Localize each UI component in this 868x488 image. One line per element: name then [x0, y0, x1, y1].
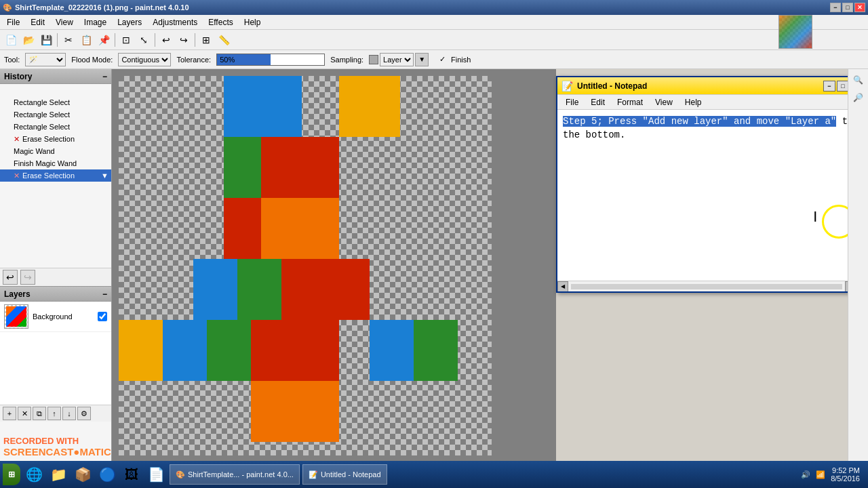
sampling-select[interactable]: Layer [380, 53, 414, 66]
history-item-rectangle2[interactable]: Rectangle Select [0, 108, 111, 121]
history-actions: ↩ ↪ [0, 268, 111, 286]
minimize-button[interactable]: − [830, 3, 841, 12]
tool-options-bar: Tool: 🪄 Flood Mode: Contiguous Tolerance… [0, 50, 868, 69]
scroll-left-arrow[interactable]: ◀ [557, 281, 568, 292]
finish-label: ✓ [439, 55, 446, 64]
paint-right-toolbar: 🔍 🔎 [848, 69, 868, 469]
history-item-finish-magic-wand[interactable]: Finish Magic Wand [0, 157, 111, 169]
layer-thumbnail [4, 304, 28, 329]
notepad-menu-file[interactable]: File [560, 96, 584, 108]
taskbar-amazon-icon[interactable]: 📦 [72, 464, 94, 485]
history-collapse-icon[interactable]: − [102, 72, 107, 81]
grid-button[interactable]: ⊞ [198, 32, 214, 48]
delete-layer-button[interactable]: ✕ [18, 407, 31, 420]
notepad-menu-bar: File Edit Format View Help [557, 95, 867, 110]
copy-button[interactable]: 📋 [78, 32, 94, 48]
notepad-title: Untitled - Notepad [577, 81, 647, 91]
scroll-track[interactable] [571, 284, 842, 289]
add-layer-button[interactable]: + [3, 407, 16, 420]
layers-list: Background [0, 302, 111, 405]
notepad-content-area[interactable]: Step 5; Press "Add new layer" and move "… [557, 110, 867, 291]
layer-item-background[interactable]: Background [0, 302, 111, 332]
thumbnail-preview [778, 15, 812, 49]
save-button[interactable]: 💾 [38, 32, 54, 48]
redo-history-button[interactable]: ↪ [20, 270, 35, 285]
svg-rect-3 [302, 137, 339, 198]
speaker-icon[interactable]: 🔊 [801, 470, 810, 479]
taskbar-notepad-icon: 📝 [309, 470, 318, 479]
new-button[interactable]: 📄 [3, 32, 19, 48]
sampling-options-button[interactable]: ▼ [415, 53, 429, 66]
notepad-menu-format[interactable]: Format [612, 96, 648, 108]
tolerance-bar[interactable]: 50% [216, 54, 325, 66]
undo-button[interactable]: ↩ [158, 32, 174, 48]
notepad-icon: 📝 [561, 81, 573, 92]
svg-rect-19 [295, 381, 339, 442]
taskbar-chrome-icon[interactable]: 🔵 [96, 464, 118, 485]
layer-properties-button[interactable]: ⚙ [77, 407, 91, 420]
clock: 9:52 PM 8/5/2016 [831, 466, 860, 483]
history-item-magic-wand[interactable]: Magic Wand [0, 145, 111, 157]
title-bar: 🎨 ShirtTemplate_02222016 (1).png - paint… [0, 0, 868, 15]
open-button[interactable]: 📂 [20, 32, 37, 48]
zoom-out-button[interactable]: 🔎 [850, 89, 866, 106]
history-item-rectangle3[interactable]: Rectangle Select [0, 121, 111, 133]
close-button[interactable]: ✕ [854, 3, 865, 12]
notepad-menu-view[interactable]: View [650, 96, 678, 108]
svg-rect-6 [261, 198, 339, 259]
menu-edit[interactable]: Edit [25, 16, 50, 28]
layer-visibility-checkbox[interactable] [98, 312, 107, 321]
svg-rect-10 [326, 259, 370, 320]
notepad-scrollbar-bottom[interactable]: ◀ ▶ [557, 281, 856, 291]
crop-button[interactable]: ⊡ [118, 32, 134, 48]
menu-view[interactable]: View [50, 16, 79, 28]
text-cursor: | [814, 210, 816, 222]
ruler-button[interactable]: 📏 [216, 32, 232, 48]
history-panel-header: History − [0, 69, 111, 84]
canvas-area[interactable] [112, 69, 556, 469]
history-item-rectangle1[interactable]: Rectangle Select [0, 96, 111, 108]
menu-layers[interactable]: Layers [112, 16, 147, 28]
taskbar-app-icon[interactable]: 📄 [145, 464, 167, 485]
notepad-menu-edit[interactable]: Edit [585, 96, 610, 108]
taskbar: ⊞ 🌐 📁 📦 🔵 🖼 📄 🎨 ShirtTemplate... - paint… [0, 461, 868, 488]
zoom-in-button[interactable]: 🔍 [850, 72, 866, 88]
notepad-minimize-button[interactable]: − [823, 81, 835, 92]
resize-button[interactable]: ⤡ [136, 32, 152, 48]
app-icon: 🎨 [3, 3, 12, 12]
menu-image[interactable]: Image [79, 16, 112, 28]
undo-history-button[interactable]: ↩ [3, 270, 18, 285]
notepad-menu-help[interactable]: Help [679, 96, 707, 108]
svg-rect-5 [224, 198, 261, 259]
menu-adjustments[interactable]: Adjustments [147, 16, 203, 28]
history-item-erase1[interactable]: ✕ Erase Selection [0, 133, 111, 145]
history-item-erase2[interactable]: ✕ Erase Selection ▼ [0, 169, 111, 182]
svg-rect-8 [237, 259, 281, 320]
notepad-text: Step 5; Press "Add new layer" and move "… [557, 110, 867, 147]
duplicate-layer-button[interactable]: ⧉ [33, 407, 46, 420]
taskbar-notepad-window[interactable]: 📝 Untitled - Notepad [302, 464, 387, 485]
menu-file[interactable]: File [1, 16, 25, 28]
taskbar-paintnet-window[interactable]: 🎨 ShirtTemplate... - paint.net 4.0... [170, 464, 300, 485]
cut-button[interactable]: ✂ [60, 32, 77, 48]
tool-select[interactable]: 🪄 [25, 53, 66, 66]
taskbar-photos-icon[interactable]: 🖼 [121, 464, 142, 485]
move-layer-down-button[interactable]: ↓ [62, 407, 76, 420]
taskbar-folder-icon[interactable]: 📁 [47, 464, 69, 485]
taskbar-ie-icon[interactable]: 🌐 [23, 464, 45, 485]
flood-mode-label: Flood Mode: [71, 56, 113, 64]
move-layer-up-button[interactable]: ↑ [47, 407, 61, 420]
network-icon[interactable]: 📶 [816, 470, 825, 479]
menu-effects[interactable]: Effects [203, 16, 238, 28]
layers-collapse-icon[interactable]: − [102, 289, 107, 299]
paste-button[interactable]: 📌 [96, 32, 112, 48]
flood-mode-select[interactable]: Contiguous [118, 53, 171, 66]
svg-rect-0 [224, 76, 302, 137]
svg-rect-4 [339, 76, 400, 137]
menu-help[interactable]: Help [239, 16, 267, 28]
notepad-title-bar[interactable]: 📝 Untitled - Notepad − □ ✕ [557, 77, 867, 95]
redo-button[interactable]: ↪ [176, 32, 192, 48]
maximize-button[interactable]: □ [842, 3, 853, 12]
history-item[interactable]: ▲ [0, 84, 111, 96]
start-button[interactable]: ⊞ [3, 464, 20, 485]
